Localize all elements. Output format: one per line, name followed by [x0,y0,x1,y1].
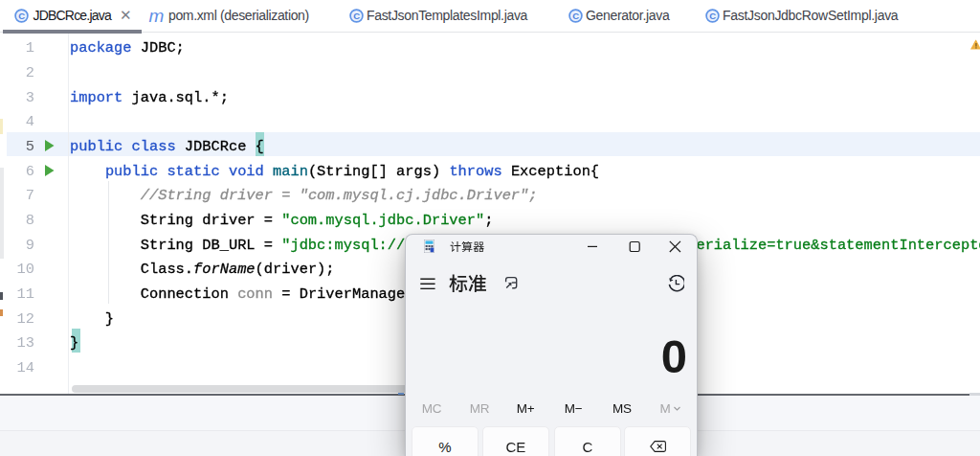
svg-text:C: C [353,11,360,21]
svg-text:C: C [572,11,579,21]
svg-text:C: C [18,11,25,21]
svg-text:C: C [709,11,716,21]
